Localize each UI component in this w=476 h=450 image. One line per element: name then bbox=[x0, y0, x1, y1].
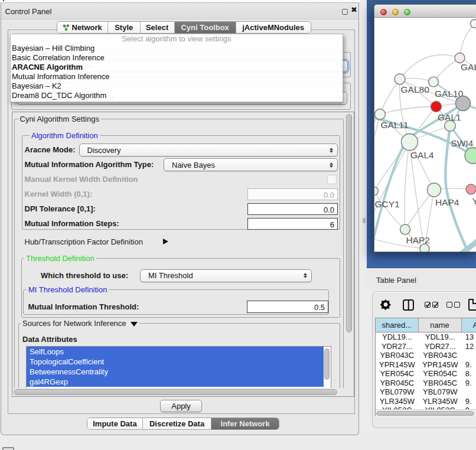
document-icon[interactable] bbox=[468, 292, 476, 318]
attribute-list-item[interactable]: BetweennessCentrality bbox=[27, 367, 324, 377]
dropdown-item[interactable]: Bayesian – Hill Climbing bbox=[11, 44, 343, 53]
column-header-name[interactable]: name bbox=[419, 318, 462, 332]
split-divider-handle[interactable] bbox=[363, 218, 366, 223]
minimize-traffic-light-icon[interactable] bbox=[392, 9, 399, 15]
table-row[interactable]: YPR145WYPR145W9. bbox=[376, 360, 476, 370]
table-row[interactable]: YBR045CYBR045C9. bbox=[376, 379, 476, 388]
table-cell: YDR27... bbox=[376, 342, 419, 351]
dropdown-item[interactable]: Bayesian – K2 bbox=[11, 81, 343, 91]
settings-vscrollbar-thumb[interactable] bbox=[346, 114, 352, 332]
dropdown-item[interactable]: Mutual Information Inference bbox=[11, 72, 343, 81]
aracne-mode-combo[interactable]: Discovery bbox=[79, 144, 338, 156]
network-canvas[interactable]: GAL2GAL80GAL10GAL1GAL11SWI4GAL4GCY1HAP4Y… bbox=[374, 18, 476, 252]
network-node-gal4[interactable] bbox=[402, 134, 418, 151]
control-panel-titlebar[interactable]: Control Panel ✖ bbox=[1, 3, 358, 19]
combo-value: Discovery bbox=[80, 146, 121, 155]
hub-section-row[interactable]: Hub/Transcription Factor Definition bbox=[25, 237, 143, 246]
table-row[interactable]: YBL079WYBL079W bbox=[376, 387, 476, 397]
minimized-panel-icon[interactable] bbox=[2, 447, 14, 450]
table-row[interactable]: YLR345WYLR345W9. bbox=[376, 397, 476, 406]
network-node-gal10[interactable] bbox=[429, 77, 439, 87]
dropdown-item[interactable]: ARACNE Algorithm bbox=[11, 63, 343, 72]
network-node[interactable] bbox=[471, 19, 476, 28]
table-cell: YBL079W bbox=[419, 387, 462, 397]
network-icon bbox=[63, 24, 70, 31]
network-node-gal11[interactable] bbox=[375, 109, 386, 120]
network-node-label: GAL11 bbox=[381, 120, 409, 130]
settings-hscrollbar-thumb[interactable] bbox=[14, 389, 337, 395]
table-cell: YBR045C bbox=[419, 379, 462, 388]
network-node-hap4[interactable] bbox=[428, 183, 441, 197]
network-node-swi4[interactable] bbox=[445, 120, 456, 132]
tab-label: Impute Data bbox=[93, 419, 136, 428]
tab-label: Cyni Toolbox bbox=[181, 23, 229, 32]
combo-arrows-icon bbox=[304, 270, 307, 282]
network-node-gal1[interactable] bbox=[431, 102, 442, 112]
dropdown-item[interactable]: Basic Correlation Inference bbox=[11, 53, 343, 63]
expand-right-icon[interactable] bbox=[163, 239, 168, 244]
tab-cyni-toolbox[interactable]: Cyni Toolbox bbox=[175, 22, 236, 33]
list-vscrollbar-thumb[interactable] bbox=[324, 348, 330, 380]
manual-kernel-checkbox[interactable] bbox=[327, 175, 337, 184]
tab-infer-network[interactable]: Infer Network bbox=[211, 418, 279, 429]
network-node-label: GCY1 bbox=[375, 199, 400, 209]
table-row[interactable]: YDR27...YDR27...12 bbox=[376, 342, 476, 351]
network-node-gal80[interactable] bbox=[395, 74, 405, 84]
network-node-gcy1[interactable] bbox=[374, 187, 379, 195]
mutual-information-steps-field[interactable] bbox=[247, 218, 338, 230]
apply-button[interactable]: Apply bbox=[160, 400, 202, 412]
table-row[interactable]: YBR043CYBR043C bbox=[376, 351, 476, 360]
table-panel-header: Table Panel bbox=[367, 268, 476, 289]
which-threshold-combo[interactable]: MI Threshold bbox=[140, 269, 312, 282]
column-header-A[interactable]: A bbox=[462, 318, 476, 332]
gear-icon[interactable] bbox=[380, 292, 391, 318]
setting-label: Mutual Information Steps: bbox=[25, 219, 119, 228]
tab-network[interactable]: Network bbox=[57, 22, 108, 33]
algorithm-definition-title: Algorithm Definition bbox=[30, 131, 100, 140]
network-window-titlebar[interactable] bbox=[374, 5, 476, 18]
mi-threshold-label: Mutual Information Threshold: bbox=[28, 302, 139, 311]
threshold-definition-title: Threshold Definition bbox=[24, 254, 96, 263]
collapse-down-icon[interactable] bbox=[131, 322, 138, 327]
network-node[interactable] bbox=[465, 148, 476, 164]
close-icon[interactable]: ✖ bbox=[351, 5, 359, 17]
attribute-list-item[interactable]: gal4RGexp bbox=[27, 377, 324, 387]
table-row[interactable]: YER054CYER054C8. bbox=[376, 369, 476, 379]
tab-jactivemnodules[interactable]: jActiveMNodules bbox=[236, 22, 311, 33]
table-hscrollbar bbox=[376, 409, 476, 416]
setting-label: Aracne Mode: bbox=[25, 145, 76, 154]
dpi-tolerance-field[interactable] bbox=[247, 203, 338, 215]
network-node[interactable] bbox=[420, 244, 429, 252]
network-node-hap2[interactable] bbox=[400, 224, 410, 234]
close-traffic-light-icon[interactable] bbox=[380, 9, 387, 15]
table-cell: YBR045C bbox=[376, 379, 419, 388]
table-row[interactable]: YDL19...YDL19...13 bbox=[376, 332, 476, 342]
zoom-traffic-light-icon[interactable] bbox=[404, 9, 410, 15]
tab-impute-data[interactable]: Impute Data bbox=[87, 418, 143, 429]
column-header-shared[interactable]: shared... bbox=[376, 318, 419, 332]
tab-discretize-data[interactable]: Discretize Data bbox=[143, 418, 211, 429]
attribute-list-item[interactable]: TopologicalCoefficient bbox=[27, 357, 324, 367]
table-hscrollbar-thumb[interactable] bbox=[376, 411, 474, 416]
float-window-icon[interactable] bbox=[342, 9, 348, 15]
tab-style[interactable]: Style bbox=[108, 22, 141, 33]
mutual-information-algorithm-type-combo[interactable]: Naive Bayes bbox=[164, 158, 338, 171]
kernel-width-field[interactable] bbox=[247, 188, 338, 200]
network-node-y[interactable] bbox=[466, 184, 476, 194]
network-node-gal2[interactable] bbox=[455, 53, 465, 63]
mi-threshold-field[interactable] bbox=[247, 301, 329, 313]
network-node[interactable] bbox=[456, 96, 471, 111]
table-cell bbox=[462, 351, 476, 360]
data-attributes-list[interactable]: SelfLoopsTopologicalCoefficientBetweenne… bbox=[26, 346, 331, 388]
tab-select[interactable]: Select bbox=[141, 22, 175, 33]
dropdown-prompt: Select algorithm to view settings bbox=[11, 34, 343, 44]
control-panel-tabs: NetworkStyleSelectCyni ToolboxjActiveMNo… bbox=[57, 21, 311, 34]
deselect-all-icon[interactable] bbox=[446, 292, 460, 318]
tab-label: Select bbox=[146, 23, 168, 32]
column-view-icon[interactable] bbox=[403, 292, 414, 318]
network-edge bbox=[400, 55, 460, 79]
select-all-icon[interactable] bbox=[425, 292, 438, 318]
dropdown-item[interactable]: Dream8 DC_TDC Algorithm bbox=[11, 91, 343, 100]
attribute-list-item[interactable]: SelfLoops bbox=[27, 347, 324, 357]
table-cell: YER054C bbox=[376, 369, 419, 379]
